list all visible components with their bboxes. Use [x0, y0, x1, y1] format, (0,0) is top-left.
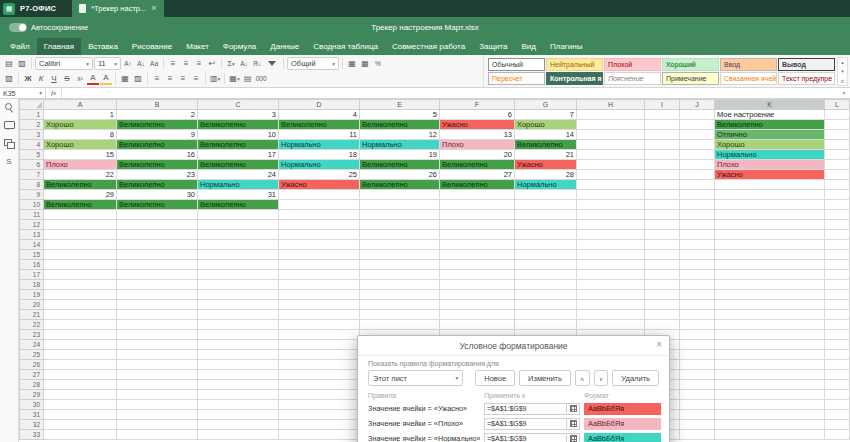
row-header-23[interactable]: 23 [20, 330, 44, 340]
menu-tab-Сводная таблица[interactable]: Сводная таблица [306, 38, 385, 55]
cell-E5[interactable]: 19 [360, 150, 440, 160]
cell-L23[interactable] [825, 330, 850, 340]
cell-J30[interactable] [680, 400, 715, 410]
cell-C31[interactable] [198, 410, 279, 420]
sort-descending-icon[interactable]: Я↓ [251, 57, 263, 70]
cell-L1[interactable] [825, 110, 850, 120]
cell-H12[interactable] [577, 220, 645, 230]
rule-row-2[interactable]: Значение ячейки = «Плохо»=$A$1:$G$9АаВbБ… [368, 416, 659, 431]
row-header-2[interactable]: 2 [20, 120, 44, 130]
rule-row-1[interactable]: Значение ячейки = «Ужасно»=$A$1:$G$9АаВb… [368, 401, 659, 416]
row-header-4[interactable]: 4 [20, 140, 44, 150]
cell-style-Хороший[interactable]: Хороший [662, 58, 719, 71]
cell-G19[interactable] [515, 290, 577, 300]
row-header-25[interactable]: 25 [20, 350, 44, 360]
underline-icon[interactable]: Ч [48, 72, 60, 85]
cell-B23[interactable] [117, 330, 198, 340]
cell-G17[interactable] [515, 270, 577, 280]
cell-L7[interactable] [825, 170, 850, 180]
cell-C25[interactable] [198, 350, 279, 360]
cell-L21[interactable] [825, 310, 850, 320]
cell-D18[interactable] [279, 280, 360, 290]
new-rule-button[interactable]: Новое [475, 370, 515, 386]
cell-D23[interactable] [279, 330, 360, 340]
cell-J18[interactable] [680, 280, 715, 290]
cell-B21[interactable] [117, 310, 198, 320]
cell-B20[interactable] [117, 300, 198, 310]
align-center-icon[interactable]: ≡ [164, 72, 176, 85]
cell-L32[interactable] [825, 420, 850, 430]
cell-A8[interactable]: Великолепно [44, 180, 117, 190]
cell-K22[interactable] [715, 320, 825, 330]
cell-style-Обычный[interactable]: Обычный [488, 58, 545, 71]
cell-A7[interactable]: 22 [44, 170, 117, 180]
row-header-16[interactable]: 16 [20, 260, 44, 270]
format-painter-icon[interactable]: ▧ [3, 72, 15, 85]
close-icon[interactable]: × [151, 4, 156, 13]
row-header-30[interactable]: 30 [20, 400, 44, 410]
cell-C32[interactable] [198, 420, 279, 430]
cell-A20[interactable] [44, 300, 117, 310]
cell-I4[interactable] [645, 140, 680, 150]
cell-L18[interactable] [825, 280, 850, 290]
paste-icon[interactable]: ▤ [3, 57, 15, 70]
menu-tab-Макет[interactable]: Макет [179, 38, 216, 55]
cell-B19[interactable] [117, 290, 198, 300]
cell-I13[interactable] [645, 230, 680, 240]
cell-E1[interactable]: 5 [360, 110, 440, 120]
cell-D25[interactable] [279, 350, 360, 360]
cell-B11[interactable] [117, 210, 198, 220]
cell-L25[interactable] [825, 350, 850, 360]
cell-E9[interactable] [360, 190, 440, 200]
cell-D30[interactable] [279, 400, 360, 410]
autosum-icon[interactable]: Σ ▾ [225, 57, 237, 70]
cell-D2[interactable]: Великолепно [279, 120, 360, 130]
menu-tab-Данные[interactable]: Данные [263, 38, 306, 55]
document-tab[interactable]: *Трекер настр... × [72, 0, 163, 17]
align-top-icon[interactable]: ≡ [167, 57, 179, 70]
cell-A30[interactable] [44, 400, 117, 410]
cell-style-Нейтральный[interactable]: Нейтральный [546, 58, 603, 71]
cell-A15[interactable] [44, 250, 117, 260]
cell-K25[interactable] [715, 350, 825, 360]
cell-I2[interactable] [645, 120, 680, 130]
percent-style-icon[interactable]: % [372, 57, 384, 70]
cell-A11[interactable] [44, 210, 117, 220]
row-header-28[interactable]: 28 [20, 380, 44, 390]
cell-E8[interactable]: Великолепно [360, 180, 440, 190]
cell-D6[interactable]: Нормально [279, 160, 360, 170]
cell-L4[interactable] [825, 140, 850, 150]
cell-G5[interactable]: 21 [515, 150, 577, 160]
cell-F12[interactable] [440, 220, 515, 230]
cell-L24[interactable] [825, 340, 850, 350]
rules-scope-select[interactable]: Этот лист ▾ [368, 370, 463, 386]
cell-H3[interactable] [577, 130, 645, 140]
cell-D27[interactable] [279, 370, 360, 380]
cell-G14[interactable] [515, 240, 577, 250]
cell-C9[interactable]: 31 [198, 190, 279, 200]
gallery-scroll[interactable]: ▴ ▾ ≡ [837, 57, 848, 86]
cell-G3[interactable]: 14 [515, 130, 577, 140]
sort-ascending-icon[interactable]: А↓ [238, 57, 250, 70]
menu-tab-Совместная работа[interactable]: Совместная работа [385, 38, 472, 55]
cell-B16[interactable] [117, 260, 198, 270]
cell-H16[interactable] [577, 260, 645, 270]
cell-E19[interactable] [360, 290, 440, 300]
cell-H19[interactable] [577, 290, 645, 300]
cell-L5[interactable] [825, 150, 850, 160]
cell-F6[interactable]: Великолепно [440, 160, 515, 170]
cell-J22[interactable] [680, 320, 715, 330]
cell-H6[interactable] [577, 160, 645, 170]
cell-F7[interactable]: 27 [440, 170, 515, 180]
cell-A2[interactable]: Хорошо [44, 120, 117, 130]
cell-L31[interactable] [825, 410, 850, 420]
cell-D9[interactable] [279, 190, 360, 200]
cell-F17[interactable] [440, 270, 515, 280]
row-header-33[interactable]: 33 [20, 430, 44, 440]
cell-K16[interactable] [715, 260, 825, 270]
cell-C30[interactable] [198, 400, 279, 410]
autosave-control[interactable]: Автосохранение [9, 23, 88, 32]
cell-G4[interactable]: Великолепно [515, 140, 577, 150]
cell-G22[interactable] [515, 320, 577, 330]
cell-J25[interactable] [680, 350, 715, 360]
